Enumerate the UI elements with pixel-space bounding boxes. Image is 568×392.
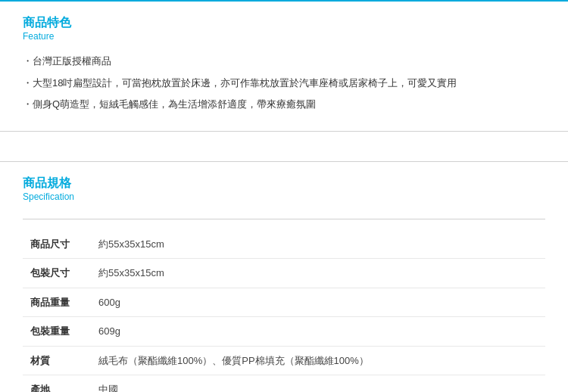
feature-list: 台灣正版授權商品大型18吋扁型設計，可當抱枕放置於床邊，亦可作靠枕放置於汽車座椅…: [23, 51, 545, 116]
spec-title-zh: 商品規格: [23, 176, 545, 191]
spec-table-row: 包裝尺寸約55x35x15cm: [23, 259, 545, 288]
spec-label: 包裝尺寸: [23, 259, 91, 288]
spec-label: 商品重量: [23, 288, 91, 317]
specification-section: 商品規格 Specification 商品尺寸約55x35x15cm包裝尺寸約5…: [0, 162, 568, 392]
feature-title-en: Feature: [23, 31, 545, 42]
feature-list-item: 台灣正版授權商品: [23, 51, 545, 73]
spec-table-row: 商品重量600g: [23, 288, 545, 317]
feature-list-item: 大型18吋扁型設計，可當抱枕放置於床邊，亦可作靠枕放置於汽車座椅或居家椅子上，可…: [23, 73, 545, 95]
spec-table-row: 材質絨毛布（聚酯纖維100%）、優質PP棉填充（聚酯纖維100%）: [23, 346, 545, 375]
spec-label: 商品尺寸: [23, 230, 91, 259]
spec-table-row: 商品尺寸約55x35x15cm: [23, 230, 545, 259]
divider-area: [0, 132, 568, 162]
spec-value: 約55x35x15cm: [91, 230, 545, 259]
spec-label: 產地: [23, 375, 91, 392]
feature-section: 商品特色 Feature 台灣正版授權商品大型18吋扁型設計，可當抱枕放置於床邊…: [0, 2, 568, 132]
spec-header: 商品規格 Specification: [23, 176, 545, 219]
spec-value: 609g: [91, 317, 545, 347]
spec-value: 600g: [91, 288, 545, 317]
spec-table-row: 產地中國: [23, 375, 545, 392]
spec-label: 包裝重量: [23, 317, 91, 347]
spec-label: 材質: [23, 346, 91, 375]
spec-table: 商品尺寸約55x35x15cm包裝尺寸約55x35x15cm商品重量600g包裝…: [23, 230, 545, 392]
spec-value: 約55x35x15cm: [91, 259, 545, 288]
spec-table-row: 包裝重量609g: [23, 317, 545, 347]
spec-value: 中國: [91, 375, 545, 392]
spec-title-en: Specification: [23, 191, 545, 202]
feature-title-zh: 商品特色: [23, 15, 545, 31]
page-wrapper: 商品特色 Feature 台灣正版授權商品大型18吋扁型設計，可當抱枕放置於床邊…: [0, 0, 568, 392]
spec-value: 絨毛布（聚酯纖維100%）、優質PP棉填充（聚酯纖維100%）: [91, 346, 545, 375]
feature-list-item: 側身Q萌造型，短絨毛觸感佳，為生活增添舒適度，帶來療癒氛圍: [23, 94, 545, 116]
